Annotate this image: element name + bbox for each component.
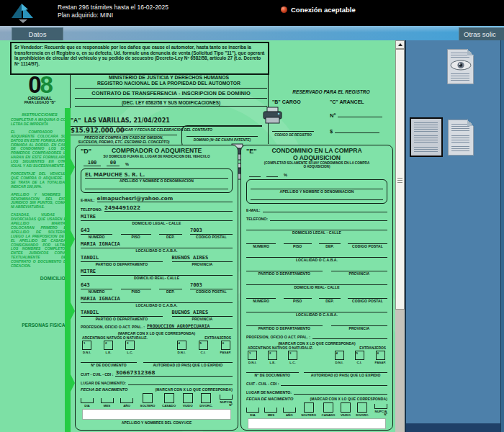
checkbox-lc: 3 xyxy=(125,341,135,350)
scrollbar-grip-icon xyxy=(397,178,402,184)
contract-subtitle: (DEC. LEY 6582/58 Y SUS MODIFICACIONES) xyxy=(75,99,267,107)
condo-name-box: APELLIDO Y NOMBRE O DENOMINACION xyxy=(246,179,387,204)
connection-status-text: Conexión aceptable xyxy=(291,6,356,14)
section-b-label: "B" CARGO xyxy=(272,99,301,104)
buyer-phone: 2494491022 xyxy=(104,204,233,212)
eye-image xyxy=(450,60,472,71)
tab-datos[interactable]: Datos xyxy=(12,27,63,40)
section-d-buyer: "D" COMPRADOR O ADQUIRENTE SU DOMICILIO … xyxy=(75,145,238,431)
checkbox-viudo xyxy=(341,402,351,413)
buyer-real-number: 643 xyxy=(81,282,112,289)
checkbox-dni: 1 xyxy=(248,351,257,360)
purchase-price: $15.912.000,00 PRECIO DE COMPRA (EN CASO… xyxy=(71,127,177,144)
window-edge xyxy=(500,40,504,432)
checkbox-viudo xyxy=(183,393,193,403)
form-number: 0 xyxy=(28,71,40,98)
checkbox-casado xyxy=(323,402,333,413)
condo-email-line xyxy=(263,206,387,212)
scrollbar-thumb[interactable] xyxy=(395,49,405,310)
buyer-real-locality: MARIA IGNACIA xyxy=(81,296,233,303)
checkbox-divorciado xyxy=(201,393,211,403)
price-value: $15.912.000,00 xyxy=(71,127,177,135)
document-eye-thumbnail[interactable] xyxy=(447,49,474,84)
condo-percentage: % xyxy=(249,171,387,177)
copy-type-label: ORIGINAL xyxy=(10,96,70,101)
tab-otras-solicitudes[interactable]: Otras solic xyxy=(459,27,504,40)
registro-title: RESERVADO PARA EL REGISTRO xyxy=(274,89,389,94)
buyer-cuit: 30667312368 xyxy=(115,369,233,377)
section-c-label: "C" ARANCEL xyxy=(330,99,364,104)
checkbox-le: 2 xyxy=(104,341,113,350)
print-icon[interactable] xyxy=(263,107,282,125)
checkbox-le: 2 xyxy=(268,351,277,360)
folded-corner-icon xyxy=(467,49,474,55)
seller-notice: Sr Vendedor: Recuerde que es responsable… xyxy=(10,42,269,75)
condo-spouse-input[interactable] xyxy=(248,418,386,429)
checkbox-divorciado xyxy=(357,402,367,413)
remaining-tramites-text: Restan 296 trámites hasta el 16-02-2025 xyxy=(58,4,168,12)
up-arrow-icon xyxy=(398,43,402,46)
copy-for-label: PARA LEGAJO "B" xyxy=(10,101,70,104)
buyer-doc-type-checkboxes: 1D.N.I. 2L.E. 3L.C. 4D.N.I. 5C.I. 6PASAP… xyxy=(82,341,231,354)
buyer-name-box: EL MAPUCHE S. R. L. APELLIDO Y NOMBRE O … xyxy=(81,168,233,193)
buyer-spouse-input[interactable] xyxy=(82,409,231,420)
buyer-real-province: BUENOS AIRES xyxy=(172,310,233,317)
place-date-value: LAS VARILLAS, 21/04/2021 xyxy=(84,117,170,124)
registro-code-caption: CODIGO DE REGISTRO xyxy=(269,133,317,137)
form-number-block: 08 ORIGINAL PARA LEGAJO "B" xyxy=(10,73,71,112)
condo-phone-line xyxy=(270,215,387,221)
condo-birthplace-line xyxy=(294,388,387,395)
buyer-name-line2 xyxy=(85,183,228,189)
ministry-header: MINISTERIO DE JUSTICIA Y DERECHOS HUMANO… xyxy=(71,75,267,86)
instructions-column: INSTRUCCIONES COMPLETAR A MAQUINA O CON … xyxy=(11,112,68,272)
app-logo-icon xyxy=(10,2,43,24)
buyer-profession: PRODUCCION AGROPECUARIA xyxy=(147,323,233,329)
checkbox-dni: 1 xyxy=(82,341,91,350)
document-selected-thumbnail[interactable] xyxy=(410,117,443,157)
section-e-condominio: "E" CONDOMINIO EN LA COMPRA O ADQUISICIO… xyxy=(240,145,393,431)
checkbox-pasap: 6 xyxy=(221,341,230,350)
contract-title-block: CONTRATO DE TRANSFERENCIA - INSCRIPCION … xyxy=(75,88,267,107)
buyer-legal-province: BUENOS AIRES xyxy=(172,255,233,262)
condo-birthdate-civilstatus: DIA MES AÑO SOLTERO CASADO VIUDO DIVORC.… xyxy=(246,402,387,417)
buyer-percentage: 100 00 % xyxy=(84,160,233,166)
buyer-legal-locality: MARIA IGNACIA xyxy=(81,241,233,248)
buyer-birthdate-civilstatus: DIA MES AÑO SOLTERO CASADO VIUDO DIVORC.… xyxy=(81,393,233,408)
instructions-title: INSTRUCCIONES xyxy=(11,112,68,117)
connection-status-icon xyxy=(281,6,287,13)
documents-panel xyxy=(405,40,504,432)
checkbox-dni-ext: 4 xyxy=(335,351,344,360)
buyer-real-street: MITRE xyxy=(81,269,233,276)
checkbox-lc: 3 xyxy=(288,351,297,360)
vertical-scrollbar[interactable] xyxy=(395,40,405,432)
buyer-email: elmapuchesrl@yahoo.com xyxy=(97,195,233,202)
condo-doc-type-checkboxes: 1D.N.I. 2L.E. 3L.C. 4D.N.I. 5C.I. 6PASAP… xyxy=(248,351,386,364)
checkbox-ci: 5 xyxy=(199,341,208,350)
buyer-legal-zip: 7003 xyxy=(190,228,233,235)
condo-cuit-line xyxy=(281,379,387,386)
checkbox-pasap: 6 xyxy=(376,351,385,360)
checkbox-dni-ext: 4 xyxy=(177,341,186,350)
buyer-legal-street: MITRE xyxy=(81,214,233,221)
scrollbar-up-button[interactable] xyxy=(395,40,405,49)
form-viewport: Sr Vendedor: Recuerde que es responsable… xyxy=(0,40,395,432)
buyer-name: EL MAPUCHE S. R. L. xyxy=(85,171,228,179)
tab-bar: Datos Otras solic xyxy=(0,26,504,40)
arancel-amount-line: $ xyxy=(330,128,379,135)
contract-title: CONTRATO DE TRANSFERENCIA - INSCRIPCION … xyxy=(75,89,267,99)
domicilios-heading: DOMICILIOS xyxy=(9,276,68,281)
document-thumbnail[interactable] xyxy=(448,120,474,156)
section-e-label: "E" xyxy=(246,148,257,155)
buyer-title: COMPRADOR O ADQUIRENTE xyxy=(81,148,233,155)
condo-name-line xyxy=(251,182,383,189)
checkbox-ci: 5 xyxy=(355,351,364,360)
checkbox-soltero xyxy=(304,402,314,413)
registro-code-line xyxy=(272,131,314,132)
arancel-number-line: Nº xyxy=(330,112,382,119)
titlebar: Restan 296 trámites hasta el 16-02-2025 … xyxy=(0,0,504,26)
section-d-label: "D" xyxy=(81,148,91,155)
divider-ribbon xyxy=(63,108,75,432)
dominio-value-line xyxy=(186,130,258,137)
checkbox-soltero xyxy=(143,393,153,403)
buyer-birthplace-line xyxy=(128,379,233,385)
